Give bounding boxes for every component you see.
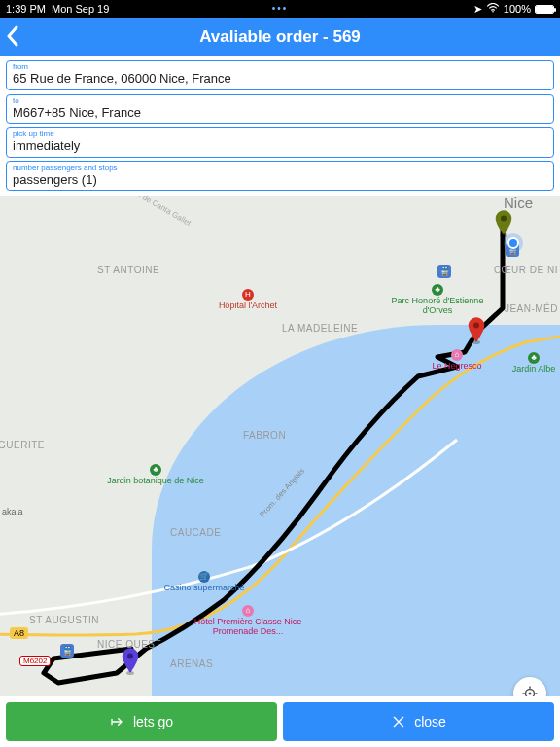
tree-icon: ♣ — [150, 464, 161, 476]
to-value: M667+85 Nice, France — [13, 105, 547, 121]
pickup-value: immediately — [13, 138, 547, 154]
transit-icon: 🚆 — [438, 265, 451, 278]
to-field[interactable]: to M667+85 Nice, France — [6, 94, 554, 124]
poi-jardin-albe: ♣ Jardin Albe — [509, 352, 558, 374]
end-pin — [122, 648, 139, 673]
pickup-label: pick up time — [13, 130, 547, 138]
neigh-fabron: FABRON — [243, 430, 286, 441]
poi-akaia: akaia — [2, 508, 23, 517]
hotel-icon: ⌂ — [242, 605, 254, 617]
lets-go-button[interactable]: lets go — [6, 702, 277, 741]
multitask-dots-icon: ••• — [272, 3, 289, 14]
tree-icon: ♣ — [432, 284, 443, 296]
svg-point-5 — [529, 693, 532, 695]
cart-icon: 🛒 — [198, 571, 210, 583]
pax-label: number passengers and stops — [13, 164, 547, 172]
neigh-madeleine: LA MADELEINE — [282, 323, 358, 334]
pickup-field[interactable]: pick up time immediately — [6, 127, 554, 158]
tree-icon: ♣ — [528, 352, 540, 364]
road-shield-m6202: M6202 — [19, 656, 51, 666]
map-roads — [0, 196, 560, 733]
to-label: to — [13, 97, 547, 105]
poi-premiere-classe: ⌂ Hôtel Première Classe Nice Promenade D… — [185, 605, 311, 637]
neigh-guerite: GUERITE — [0, 440, 45, 450]
poi-negresco: ⌂ Le Negresco — [418, 349, 496, 372]
neigh-arenas: ARENAS — [170, 658, 213, 669]
hospital-icon: H — [242, 289, 254, 301]
start-pin — [495, 210, 512, 235]
close-button[interactable]: close — [283, 702, 554, 741]
from-field[interactable]: from 65 Rue de France, 06000 Nice, Franc… — [6, 60, 554, 90]
current-location-dot — [508, 237, 519, 249]
neigh-st-augustin: ST AUGUSTIN — [29, 615, 99, 625]
transit-icon: 🚆 — [60, 644, 74, 658]
svg-point-1 — [501, 216, 507, 222]
road-shield-a8: A8 — [10, 627, 28, 639]
city-label: Nice — [504, 196, 533, 211]
svg-point-0 — [492, 11, 494, 13]
svg-point-3 — [127, 654, 133, 659]
back-button[interactable] — [6, 25, 19, 53]
status-date: Mon Sep 19 — [52, 3, 109, 15]
neigh-caucade: CAUCADE — [170, 527, 221, 538]
neigh-st-antoine: ST ANTOINE — [97, 265, 159, 275]
close-label: close — [414, 714, 446, 729]
route-arrow-icon — [110, 714, 125, 729]
neigh-coeur: CŒUR DE NI — [494, 265, 558, 275]
pax-value: passengers (1) — [13, 172, 547, 188]
poi-casino: 🛒 Casino supermarché — [146, 571, 262, 593]
pax-field[interactable]: number passengers and stops passengers (… — [6, 161, 554, 192]
action-bar: lets go close — [0, 696, 560, 747]
battery-icon — [535, 5, 554, 14]
lets-go-label: lets go — [133, 714, 173, 729]
hotel-icon: ⌂ — [451, 349, 463, 361]
app-header: ••• Avaliable order - 569 — [0, 18, 560, 56]
from-value: 65 Rue de France, 06000 Nice, France — [13, 71, 547, 87]
x-icon — [391, 714, 406, 729]
poi-parc-honore: ♣ Parc Honoré d'Estienne d'Orves — [389, 284, 486, 316]
map-view[interactable]: Nice ST ANTOINE LA MADELEINE FABRON CAUC… — [0, 196, 560, 733]
svg-point-2 — [473, 323, 479, 329]
location-arrow-icon: ➤ — [473, 3, 482, 16]
poi-hopital: H Hôpital l'Archet — [204, 289, 292, 311]
battery-pct: 100% — [504, 3, 531, 15]
from-label: from — [13, 63, 547, 71]
page-title: Avaliable order - 569 — [199, 27, 361, 47]
neigh-jeanmed: JEAN-MÉD — [505, 303, 558, 314]
mid-pin — [468, 317, 485, 342]
status-time: 1:39 PM — [6, 3, 46, 15]
poi-jardin-botanique: ♣ Jardin botanique de Nice — [88, 464, 224, 486]
wifi-icon — [486, 3, 500, 15]
order-fields: from 65 Rue de France, 06000 Nice, Franc… — [0, 56, 560, 196]
